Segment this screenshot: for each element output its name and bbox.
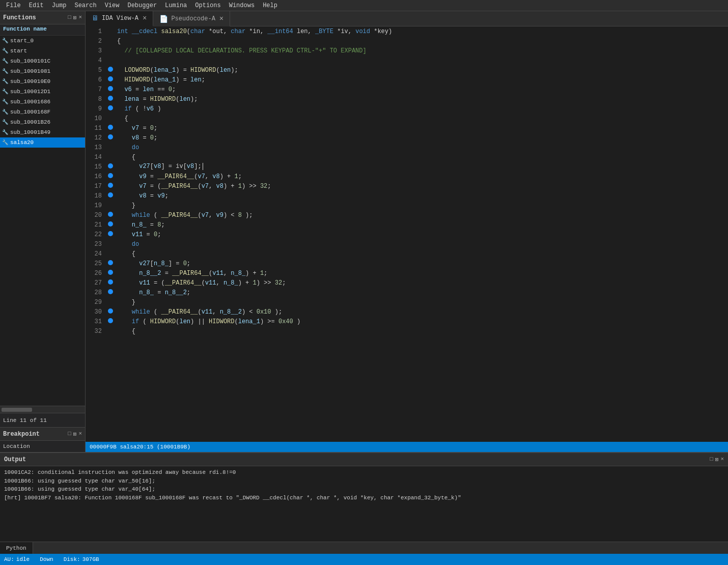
output-close-icon[interactable]: ×: [720, 456, 724, 463]
table-row[interactable]: 7 v6 = len == 0;: [86, 84, 728, 94]
table-row[interactable]: 2{: [86, 36, 728, 46]
breakpoint-cell[interactable]: [106, 143, 115, 152]
table-row[interactable]: 19 }: [86, 201, 728, 210]
function-item-sub1000168f[interactable]: 🔧 sub_1000168F: [0, 107, 85, 117]
breakpoint-cell[interactable]: [106, 46, 115, 55]
breakpoint-cell[interactable]: [106, 162, 115, 172]
functions-list[interactable]: 🔧 start_0 🔧 start 🔧 sub_1000101C 🔧 sub_1…: [0, 36, 85, 406]
functions-close-icon[interactable]: ×: [78, 14, 82, 21]
python-tab[interactable]: Python: [0, 542, 33, 554]
menu-debugger[interactable]: Debugger: [123, 1, 161, 10]
bp-close-icon[interactable]: ×: [78, 431, 82, 437]
tab-ida-view-close[interactable]: ×: [143, 14, 147, 22]
menu-view[interactable]: View: [101, 1, 124, 10]
function-item-start0[interactable]: 🔧 start_0: [0, 36, 85, 46]
menu-file[interactable]: File: [2, 1, 25, 10]
table-row[interactable]: 15 v27[v8] = iv[v8];: [86, 162, 728, 172]
function-item-sub100010e0[interactable]: 🔧 sub_100010E0: [0, 76, 85, 87]
code-area[interactable]: 1int __cdecl salsa20(char *out, char *in…: [86, 26, 728, 442]
breakpoint-cell[interactable]: [106, 26, 115, 36]
table-row[interactable]: 22 v11 = 0;: [86, 230, 728, 239]
breakpoint-cell[interactable]: [106, 36, 115, 46]
breakpoint-cell[interactable]: [106, 307, 115, 317]
table-row[interactable]: 28 n_8_ = n_8__2;: [86, 288, 728, 297]
tab-ida-view[interactable]: 🖥 IDA View-A ×: [86, 11, 153, 26]
output-content[interactable]: 10001CA2: conditional instruction was op…: [0, 466, 728, 542]
functions-float-icon[interactable]: □: [68, 14, 71, 21]
breakpoint-cell[interactable]: [106, 259, 115, 268]
menu-windows[interactable]: Windows: [225, 1, 259, 10]
breakpoint-cell[interactable]: [106, 249, 115, 259]
output-lock-icon[interactable]: ⊠: [715, 456, 719, 463]
breakpoint-cell[interactable]: [106, 288, 115, 297]
breakpoint-cell[interactable]: [106, 181, 115, 191]
table-row[interactable]: 23 do: [86, 239, 728, 249]
breakpoint-cell[interactable]: [106, 326, 115, 336]
table-row[interactable]: 9 if ( !v6 ): [86, 104, 728, 114]
functions-hscroll-thumb[interactable]: [2, 408, 32, 412]
breakpoint-cell[interactable]: [106, 75, 115, 84]
table-row[interactable]: 3 // [COLLAPSED LOCAL DECLARATIONS. PRES…: [86, 46, 728, 55]
table-row[interactable]: 10 {: [86, 114, 728, 123]
functions-lock-icon[interactable]: ⊠: [73, 14, 77, 21]
menu-jump[interactable]: Jump: [48, 1, 71, 10]
breakpoint-cell[interactable]: [106, 123, 115, 133]
menu-help[interactable]: Help: [259, 1, 282, 10]
table-row[interactable]: 5 LODWORD(lena_1) = HIDWORD(len);: [86, 65, 728, 75]
breakpoint-cell[interactable]: [106, 172, 115, 181]
breakpoint-cell[interactable]: [106, 104, 115, 114]
table-row[interactable]: 30 while ( __PAIR64__(v11, n_8__2) < 0x1…: [86, 307, 728, 317]
tab-pseudocode[interactable]: 📄 Pseudocode-A ×: [153, 11, 230, 26]
table-row[interactable]: 27 v11 = (__PAIR64__(v11, n_8_) + 1) >> …: [86, 278, 728, 288]
breakpoint-cell[interactable]: [106, 114, 115, 123]
function-item-sub10001b26[interactable]: 🔧 sub_10001B26: [0, 117, 85, 127]
menu-edit[interactable]: Edit: [25, 1, 48, 10]
breakpoint-cell[interactable]: [106, 55, 115, 65]
breakpoint-cell[interactable]: [106, 278, 115, 288]
table-row[interactable]: 1int __cdecl salsa20(char *out, char *in…: [86, 26, 728, 36]
table-row[interactable]: 20 while ( __PAIR64__(v7, v9) < 8 );: [86, 210, 728, 220]
table-row[interactable]: 4: [86, 55, 728, 65]
table-row[interactable]: 6 HIDWORD(lena_1) = len;: [86, 75, 728, 84]
functions-hscroll[interactable]: [0, 406, 85, 413]
function-item-sub10001b49[interactable]: 🔧 sub_10001B49: [0, 127, 85, 137]
table-row[interactable]: 24 {: [86, 249, 728, 259]
tab-pseudocode-close[interactable]: ×: [219, 15, 223, 23]
table-row[interactable]: 25 v27[n_8_] = 0;: [86, 259, 728, 268]
table-row[interactable]: 32 {: [86, 326, 728, 336]
table-row[interactable]: 21 n_8_ = 8;: [86, 220, 728, 230]
breakpoint-cell[interactable]: [106, 191, 115, 201]
bp-lock-icon[interactable]: ⊠: [73, 431, 77, 437]
breakpoint-cell[interactable]: [106, 239, 115, 249]
function-item-sub10001081[interactable]: 🔧 sub_10001081: [0, 66, 85, 76]
breakpoint-cell[interactable]: [106, 210, 115, 220]
breakpoint-cell[interactable]: [106, 201, 115, 210]
table-row[interactable]: 18 v8 = v9;: [86, 191, 728, 201]
table-row[interactable]: 13 do: [86, 143, 728, 152]
table-row[interactable]: 26 n_8__2 = __PAIR64__(v11, n_8_) + 1;: [86, 268, 728, 278]
breakpoint-cell[interactable]: [106, 133, 115, 143]
menu-search[interactable]: Search: [70, 1, 100, 10]
table-row[interactable]: 8 lena = HIDWORD(len);: [86, 94, 728, 104]
breakpoint-cell[interactable]: [106, 230, 115, 239]
output-float-icon[interactable]: □: [710, 456, 713, 463]
table-row[interactable]: 16 v9 = __PAIR64__(v7, v8) + 1;: [86, 172, 728, 181]
function-item-start[interactable]: 🔧 start: [0, 46, 85, 56]
breakpoint-cell[interactable]: [106, 297, 115, 307]
table-row[interactable]: 14 {: [86, 152, 728, 162]
breakpoint-cell[interactable]: [106, 65, 115, 75]
function-item-sub10001686[interactable]: 🔧 sub_10001686: [0, 97, 85, 107]
breakpoint-cell[interactable]: [106, 94, 115, 104]
breakpoint-cell[interactable]: [106, 84, 115, 94]
table-row[interactable]: 31 if ( HIDWORD(len) || HIDWORD(lena_1) …: [86, 317, 728, 326]
breakpoint-cell[interactable]: [106, 268, 115, 278]
function-item-sub1000101c[interactable]: 🔧 sub_1000101C: [0, 56, 85, 66]
table-row[interactable]: 11 v7 = 0;: [86, 123, 728, 133]
table-row[interactable]: 12 v8 = 0;: [86, 133, 728, 143]
menu-options[interactable]: Options: [191, 1, 225, 10]
bp-float-icon[interactable]: □: [68, 431, 71, 437]
table-row[interactable]: 17 v7 = (__PAIR64__(v7, v8) + 1) >> 32;: [86, 181, 728, 191]
breakpoint-cell[interactable]: [106, 152, 115, 162]
breakpoint-cell[interactable]: [106, 220, 115, 230]
breakpoint-cell[interactable]: [106, 317, 115, 326]
